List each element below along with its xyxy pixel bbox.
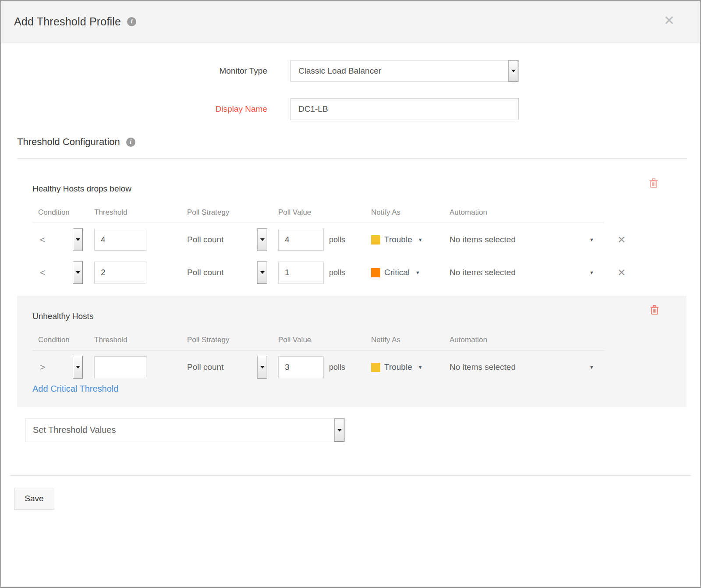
set-threshold-values-text: Set Threshold Values: [25, 425, 334, 435]
column-header-notify-as: Notify As: [371, 201, 450, 224]
delete-section-trash-icon[interactable]: [650, 305, 659, 317]
notify-as-dropdown[interactable]: Critical ▼: [371, 261, 450, 284]
poll-value-cell: polls: [278, 261, 371, 284]
dropdown-arrow-button[interactable]: [73, 356, 83, 379]
healthy-hosts-section: Healthy Hosts drops below Condition Thre…: [1, 159, 700, 284]
unhealthy-hosts-section: Unhealthy Hosts Condition Threshold Poll…: [17, 296, 687, 407]
poll-value-input[interactable]: [278, 229, 324, 251]
threshold-input[interactable]: [94, 229, 146, 251]
dropdown-arrow-button[interactable]: [508, 60, 518, 81]
chevron-down-icon: ▼: [589, 237, 594, 242]
polls-unit-label: polls: [329, 268, 345, 277]
dropdown-arrow-button[interactable]: [73, 261, 83, 284]
poll-strategy-select[interactable]: Poll count: [187, 228, 278, 251]
info-icon: i: [127, 17, 136, 26]
poll-strategy-value: Poll count: [187, 268, 223, 277]
column-header-notify-as: Notify As: [371, 329, 450, 351]
delete-section-trash-icon[interactable]: [649, 178, 659, 190]
dropdown-arrow-button[interactable]: [334, 418, 344, 442]
close-icon[interactable]: ✕: [664, 14, 675, 27]
condition-value: >: [32, 362, 45, 372]
threshold-config-title: Threshold Configuration: [17, 136, 120, 148]
automation-dropdown[interactable]: No items selected ▼: [450, 228, 604, 251]
dialog-title: Add Threshold Profile: [14, 15, 121, 28]
automation-dropdown[interactable]: No items selected ▼: [450, 261, 604, 284]
chevron-down-icon: ▼: [415, 270, 420, 275]
info-icon: i: [126, 138, 135, 147]
dropdown-arrow-button[interactable]: [257, 356, 267, 379]
severity-color-swatch: [371, 363, 380, 372]
unhealthy-hosts-title: Unhealthy Hosts: [32, 312, 687, 321]
remove-row-icon[interactable]: ✕: [617, 267, 626, 279]
poll-strategy-value: Poll count: [187, 235, 223, 244]
column-header-threshold: Threshold: [94, 201, 187, 224]
automation-value: No items selected: [450, 362, 516, 372]
automation-value: No items selected: [450, 235, 516, 244]
display-name-input[interactable]: [290, 98, 519, 120]
add-critical-threshold-link[interactable]: Add Critical Threshold: [32, 384, 118, 394]
chevron-down-icon: ▼: [418, 237, 423, 242]
notify-as-dropdown[interactable]: Trouble ▼: [371, 356, 450, 379]
column-header-automation: Automation: [450, 201, 604, 224]
set-threshold-values-select[interactable]: Set Threshold Values: [25, 418, 345, 442]
threshold-cell: [94, 228, 187, 251]
divider: [10, 475, 691, 476]
polls-unit-label: polls: [329, 235, 345, 244]
automation-dropdown[interactable]: No items selected ▼: [450, 356, 604, 379]
chevron-down-icon: [260, 271, 265, 274]
condition-select[interactable]: >: [32, 356, 94, 379]
column-header-condition: Condition: [32, 329, 94, 351]
chevron-down-icon: [260, 366, 265, 368]
poll-strategy-value: Poll count: [187, 362, 223, 372]
automation-value: No items selected: [450, 268, 516, 277]
chevron-down-icon: ▼: [589, 365, 594, 370]
monitor-type-row: Monitor Type Classic Load Balancer: [1, 60, 700, 82]
severity-color-swatch: [371, 235, 380, 244]
dialog-header: Add Threshold Profile i ✕: [1, 1, 700, 43]
dropdown-arrow-button[interactable]: [257, 228, 267, 251]
notify-as-value: Trouble: [384, 362, 412, 372]
table-header: Condition Threshold Poll Strategy Poll V…: [32, 206, 700, 219]
column-header-poll-value: Poll Value: [278, 329, 371, 351]
display-name-row: Display Name: [1, 98, 700, 120]
condition-select[interactable]: <: [32, 261, 94, 284]
polls-unit-label: polls: [329, 363, 345, 372]
severity-color-swatch: [371, 268, 380, 277]
chevron-down-icon: [337, 429, 342, 432]
column-header-poll-value: Poll Value: [278, 201, 371, 224]
remove-row-icon[interactable]: ✕: [617, 234, 626, 246]
poll-strategy-select[interactable]: Poll count: [187, 356, 278, 379]
column-header-poll-strategy: Poll Strategy: [187, 329, 278, 351]
dropdown-arrow-button[interactable]: [257, 261, 267, 284]
save-button[interactable]: Save: [14, 488, 54, 510]
condition-select[interactable]: <: [32, 228, 94, 251]
column-header-condition: Condition: [32, 201, 94, 224]
threshold-cell: [94, 261, 187, 284]
poll-value-cell: polls: [278, 356, 371, 379]
profile-form: Monitor Type Classic Load Balancer Displ…: [1, 43, 700, 120]
poll-value-input[interactable]: [278, 356, 324, 378]
threshold-input[interactable]: [94, 262, 146, 283]
poll-value-input[interactable]: [278, 262, 324, 283]
monitor-type-label: Monitor Type: [1, 66, 267, 76]
condition-value: <: [32, 267, 45, 278]
monitor-type-select[interactable]: Classic Load Balancer: [290, 60, 519, 82]
chevron-down-icon: [260, 238, 265, 241]
add-threshold-profile-dialog: Add Threshold Profile i ✕ Monitor Type C…: [0, 0, 701, 588]
threshold-input[interactable]: [94, 356, 146, 378]
chevron-down-icon: [76, 271, 80, 274]
dropdown-arrow-button[interactable]: [73, 228, 83, 251]
trash-icon: [650, 305, 659, 315]
poll-value-cell: polls: [278, 228, 371, 251]
chevron-down-icon: [76, 366, 80, 368]
poll-strategy-select[interactable]: Poll count: [187, 261, 278, 284]
threshold-row: < Poll count polls Critical ▼ No items s…: [32, 261, 700, 284]
threshold-row: < Poll count polls Trouble ▼ No items se…: [32, 228, 700, 251]
notify-as-value: Critical: [384, 268, 410, 277]
notify-as-dropdown[interactable]: Trouble ▼: [371, 228, 450, 251]
column-header-threshold: Threshold: [94, 329, 187, 351]
column-header-poll-strategy: Poll Strategy: [187, 201, 278, 224]
column-header-automation: Automation: [450, 329, 604, 351]
table-header: Condition Threshold Poll Strategy Poll V…: [32, 333, 687, 347]
threshold-cell: [94, 356, 187, 379]
